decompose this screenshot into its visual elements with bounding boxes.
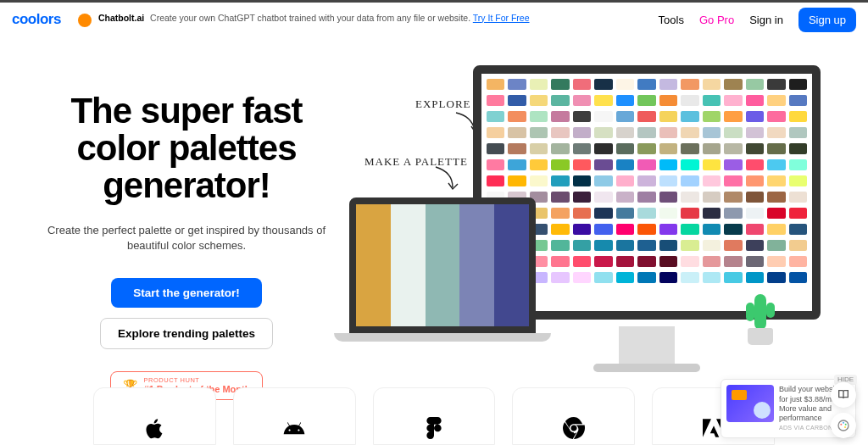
swatch [573, 208, 591, 219]
swatch [637, 143, 655, 154]
swatch [703, 79, 721, 90]
platform-apple[interactable] [93, 387, 216, 445]
swatch [703, 159, 721, 170]
swatch [681, 272, 698, 283]
swatch [789, 256, 807, 267]
swatch [703, 127, 721, 138]
swatch [530, 79, 548, 90]
laptop-stripe [494, 204, 529, 326]
swatch [703, 240, 721, 251]
swatch [746, 224, 764, 235]
swatch [789, 159, 807, 170]
swatch [637, 192, 655, 203]
swatch [594, 240, 612, 251]
swatch [487, 175, 504, 186]
swatch [746, 175, 764, 186]
swatch [530, 175, 548, 186]
swatch [659, 127, 677, 138]
promo-icon [78, 14, 92, 27]
swatch [789, 208, 807, 219]
swatch [703, 256, 721, 267]
swatch [594, 127, 612, 138]
swatch [724, 240, 742, 251]
nav-tools[interactable]: Tools [659, 14, 684, 26]
swatch [767, 79, 785, 90]
swatch [724, 256, 742, 267]
swatch [573, 175, 591, 186]
swatch [530, 127, 548, 138]
svg-point-4 [844, 426, 846, 428]
swatch [573, 95, 591, 106]
swatch [746, 143, 764, 154]
swatch [616, 175, 634, 186]
palette-row [487, 79, 807, 90]
swatch [681, 79, 698, 90]
swatch [551, 192, 569, 203]
logo[interactable]: COOLORS [12, 11, 61, 28]
palette-fab[interactable] [831, 413, 856, 438]
swatch [724, 192, 742, 203]
palette-row [487, 111, 807, 122]
swatch [724, 79, 742, 90]
swatch [637, 256, 655, 267]
start-generator-button[interactable]: Start the generator! [111, 278, 261, 308]
laptop-stripe [426, 204, 460, 326]
hero: The super fast color palettes generator!… [0, 36, 868, 392]
swatch [681, 192, 698, 203]
swatch [659, 143, 677, 154]
hero-text: The super fast color palettes generator!… [34, 62, 339, 392]
top-bar: COOLORS Chatbolt.ai Create your own Chat… [0, 3, 868, 36]
promo-banner: Chatbolt.ai Create your own ChatGPT chat… [78, 13, 530, 27]
swatch [508, 111, 526, 122]
swatch [594, 272, 612, 283]
swatch [487, 127, 504, 138]
swatch [616, 224, 634, 235]
swatch [573, 111, 591, 122]
swatch [616, 208, 634, 219]
swatch [724, 143, 742, 154]
book-icon [837, 388, 850, 402]
swatch [659, 208, 677, 219]
explore-palettes-button[interactable]: Explore trending palettes [100, 318, 273, 349]
svg-point-3 [845, 424, 847, 426]
swatch [616, 143, 634, 154]
swatch [659, 159, 677, 170]
swatch [487, 143, 504, 154]
swatch [767, 256, 785, 267]
ph-tag: PRODUCT HUNT [144, 377, 251, 384]
chrome-icon [563, 417, 585, 439]
swatch [594, 143, 612, 154]
swatch [551, 272, 569, 283]
promo-link[interactable]: Try It For Free [473, 13, 530, 23]
swatch [508, 175, 526, 186]
nav-signin[interactable]: Sign in [749, 14, 783, 26]
swatch [573, 143, 591, 154]
cactus-decoration [743, 289, 780, 345]
palette-row [487, 127, 807, 138]
swatch [637, 111, 655, 122]
swatch [508, 95, 526, 106]
platform-android[interactable] [233, 387, 356, 445]
signup-button[interactable]: Sign up [798, 8, 856, 32]
swatch [724, 111, 742, 122]
swatch [616, 95, 634, 106]
swatch [573, 192, 591, 203]
platform-figma[interactable] [373, 387, 496, 445]
swatch [594, 95, 612, 106]
swatch [551, 175, 569, 186]
swatch [616, 240, 634, 251]
nav-gopro[interactable]: Go Pro [699, 14, 734, 26]
swatch [637, 95, 655, 106]
swatch [724, 175, 742, 186]
swatch [703, 95, 721, 106]
swatch [789, 175, 807, 186]
swatch [767, 240, 785, 251]
swatch [530, 143, 548, 154]
swatch [767, 111, 785, 122]
swatch [551, 95, 569, 106]
ad-image [726, 385, 774, 422]
swatch [659, 224, 677, 235]
platform-chrome[interactable] [512, 387, 635, 445]
swatch [681, 159, 698, 170]
help-button[interactable] [831, 382, 856, 408]
